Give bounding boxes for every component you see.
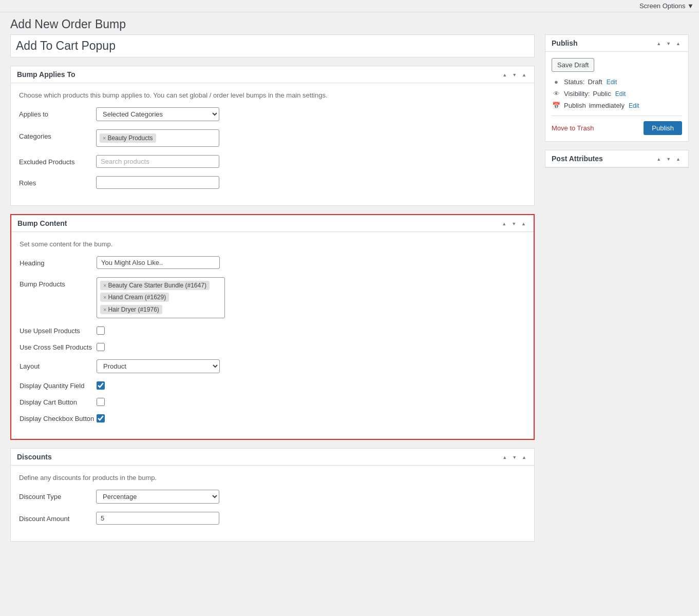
publish-time-value: immediately	[589, 102, 625, 109]
display-quantity-checkbox[interactable]	[97, 381, 105, 390]
roles-label: Roles	[19, 176, 96, 187]
bump-applies-to-panel: Bump Applies To Choose which products th…	[10, 66, 535, 206]
categories-field: × Beauty Products	[96, 129, 526, 147]
title-input-wrap	[10, 34, 535, 57]
discounts-body: Define any discounts for products in the…	[11, 466, 534, 541]
discount-type-field: Percentage Fixed None	[96, 490, 526, 504]
bump-product-tag-1-label: Beauty Care Starter Bundle (#1647)	[108, 282, 206, 289]
post-title-input[interactable]	[16, 39, 529, 53]
discounts-controls	[501, 453, 528, 461]
applies-to-row: Applies to Selected Categories All Produ…	[19, 107, 526, 121]
publish-button[interactable]: Publish	[644, 121, 682, 135]
roles-input[interactable]	[96, 176, 219, 189]
display-cart-row: Display Cart Button	[20, 398, 525, 406]
excluded-products-input[interactable]	[96, 155, 219, 168]
discount-amount-input[interactable]	[96, 512, 219, 525]
excluded-products-label: Excluded Products	[19, 155, 96, 166]
bump-content-body: Set some content for the bump. Heading B…	[11, 232, 534, 439]
publish-panel-title: Publish	[552, 39, 578, 47]
post-attributes-down-button[interactable]	[665, 155, 672, 163]
sidebar: Publish Save Draft ● Status: Draft Edit …	[545, 34, 689, 550]
post-attributes-header: Post Attributes	[545, 150, 688, 167]
excluded-products-row: Excluded Products	[19, 155, 526, 168]
publish-up-button[interactable]	[655, 39, 663, 47]
display-checkbox-checkbox[interactable]	[97, 414, 105, 422]
discounts-down-button[interactable]	[511, 453, 518, 461]
bump-content-up-button[interactable]	[500, 219, 508, 227]
bump-product-tag-3-remove[interactable]: ×	[103, 306, 106, 313]
use-upsell-row: Use Upsell Products	[20, 326, 525, 335]
discount-amount-row: Discount Amount	[19, 512, 526, 525]
applies-to-select[interactable]: Selected Categories All Products Selecte…	[96, 107, 219, 121]
collapse-button[interactable]	[520, 70, 528, 79]
post-attributes-up-button[interactable]	[655, 155, 663, 163]
publish-time-label: Publish	[564, 102, 586, 109]
bump-content-collapse-button[interactable]	[520, 219, 527, 227]
category-tag-label: Beauty Products	[107, 134, 153, 142]
bump-content-title: Bump Content	[17, 219, 67, 227]
display-checkbox-row: Display Checkbox Button	[20, 414, 525, 422]
visibility-row: 👁 Visibility: Public Edit	[552, 90, 682, 98]
status-edit-link[interactable]: Edit	[607, 79, 617, 86]
discounts-title: Discounts	[17, 453, 52, 461]
bump-content-header: Bump Content	[11, 215, 534, 232]
display-cart-checkbox[interactable]	[97, 398, 105, 406]
discounts-header: Discounts	[11, 449, 534, 466]
bump-applies-to-title: Bump Applies To	[17, 70, 75, 79]
collapse-up-button[interactable]	[501, 70, 508, 79]
categories-row: Categories × Beauty Products	[19, 129, 526, 147]
layout-select[interactable]: Product List Grid	[97, 359, 220, 373]
visibility-edit-link[interactable]: Edit	[615, 90, 626, 98]
discounts-up-button[interactable]	[501, 453, 508, 461]
bump-content-down-button[interactable]	[510, 219, 518, 227]
publish-time-edit-link[interactable]: Edit	[629, 102, 639, 109]
status-row: ● Status: Draft Edit	[552, 78, 682, 86]
bump-product-tag-1: × Beauty Care Starter Bundle (#1647)	[100, 281, 210, 290]
publish-footer: Move to Trash Publish	[552, 116, 682, 135]
publish-collapse-button[interactable]	[674, 39, 682, 47]
layout-field: Product List Grid	[97, 359, 525, 373]
layout-row: Layout Product List Grid	[20, 359, 525, 373]
screen-options-button[interactable]: Screen Options ▼	[639, 2, 694, 10]
heading-input[interactable]	[97, 256, 220, 269]
layout-label: Layout	[20, 359, 97, 370]
discounts-panel: Discounts Define any discounts for produ…	[10, 448, 535, 542]
bump-product-tag-2-label: Hand Cream (#1629)	[108, 294, 166, 301]
use-cross-sell-row: Use Cross Sell Products	[20, 343, 525, 351]
collapse-down-button[interactable]	[511, 70, 518, 79]
categories-tag-input[interactable]: × Beauty Products	[96, 129, 219, 147]
use-cross-sell-label: Use Cross Sell Products	[20, 343, 97, 351]
discounts-collapse-button[interactable]	[520, 453, 528, 461]
status-value: Draft	[588, 78, 602, 86]
bump-products-row: Bump Products × Beauty Care Starter Bund…	[20, 277, 525, 318]
bump-product-tag-2-remove[interactable]: ×	[103, 294, 106, 300]
discount-type-select[interactable]: Percentage Fixed None	[96, 490, 219, 504]
display-quantity-label: Display Quantity Field	[20, 382, 97, 390]
excluded-products-field	[96, 155, 526, 168]
visibility-value: Public	[593, 90, 611, 98]
publish-time-row: 📅 Publish immediately Edit	[552, 102, 682, 109]
category-tag-remove[interactable]: ×	[103, 135, 106, 141]
discount-amount-label: Discount Amount	[19, 512, 96, 523]
discount-type-row: Discount Type Percentage Fixed None	[19, 490, 526, 504]
roles-field	[96, 176, 526, 189]
bump-products-tag-input[interactable]: × Beauty Care Starter Bundle (#1647) × H…	[97, 277, 225, 318]
use-upsell-label: Use Upsell Products	[20, 327, 97, 335]
panel-controls	[501, 70, 528, 79]
bump-products-label: Bump Products	[20, 277, 97, 288]
post-attributes-panel: Post Attributes	[545, 150, 689, 168]
bump-applies-to-header: Bump Applies To	[11, 66, 534, 83]
heading-row: Heading	[20, 256, 525, 269]
use-upsell-checkbox[interactable]	[97, 326, 105, 335]
post-attributes-collapse-button[interactable]	[674, 155, 682, 163]
use-cross-sell-checkbox[interactable]	[97, 343, 105, 351]
publish-down-button[interactable]	[665, 39, 672, 47]
move-to-trash-link[interactable]: Move to Trash	[552, 124, 594, 132]
save-draft-button[interactable]: Save Draft	[552, 58, 594, 72]
bump-product-tag-3-label: Hair Dryer (#1976)	[108, 306, 159, 313]
bump-product-tag-1-remove[interactable]: ×	[103, 282, 106, 288]
bump-product-tag-3: × Hair Dryer (#1976)	[100, 305, 162, 314]
post-attributes-controls	[655, 155, 682, 163]
heading-field	[97, 256, 525, 269]
applies-to-label: Applies to	[19, 107, 96, 118]
